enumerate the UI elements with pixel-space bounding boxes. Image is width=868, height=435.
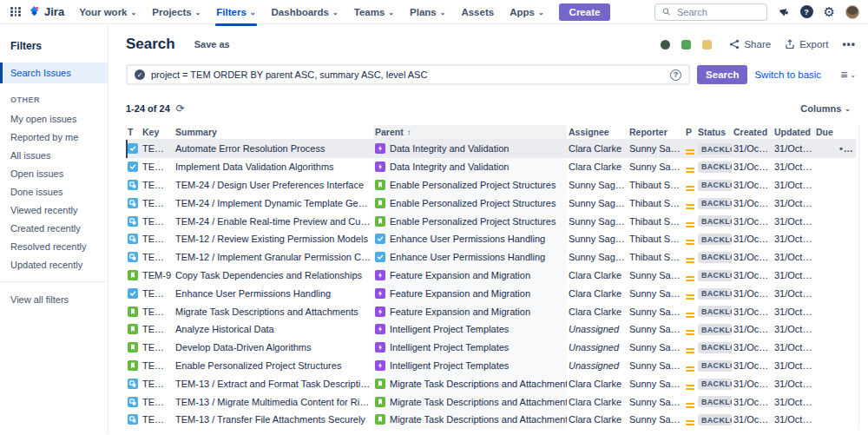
nav-item-filters[interactable]: Filters ⌄ [208, 2, 263, 23]
issue-parent-link[interactable]: Intelligent Project Templates [373, 357, 567, 375]
issue-summary[interactable]: TEM-12 / Review Existing Permission Mode… [174, 234, 373, 244]
issue-parent-link[interactable]: Enable Personalized Project Structures [373, 176, 567, 194]
issue-row[interactable]: TEM-16 TEM-13 / Transfer File Attachment… [126, 411, 856, 429]
issue-parent-link[interactable]: Intelligent Project Templates [373, 320, 567, 339]
issue-row[interactable]: TEM-9 Copy Task Dependencies and Relatio… [126, 267, 856, 285]
user-avatar[interactable] [845, 5, 859, 19]
more-actions-button[interactable]: ••• [842, 38, 856, 50]
issue-summary[interactable]: TEM-12 / Implement Granular Permission C… [174, 252, 373, 262]
sidebar-item-resolved-recently[interactable]: Resolved recently [0, 237, 108, 255]
announcements-icon[interactable] [778, 6, 790, 18]
save-as-button[interactable]: Save as [189, 36, 235, 53]
issue-row[interactable]: TEM-13 Migrate Task Descriptions and Att… [126, 302, 856, 320]
sidebar-item-search-issues[interactable]: Search Issues [0, 63, 108, 83]
column-header-reporter[interactable]: Reporter [628, 125, 684, 139]
export-button[interactable]: Export [785, 39, 828, 49]
issue-row[interactable]: TEM-12 Enhance User Permissions Handling… [126, 284, 856, 302]
sidebar-item-all-issues[interactable]: All issues [0, 146, 108, 164]
settings-gear-icon[interactable]: ⚙ [824, 5, 835, 18]
refresh-icon[interactable]: ⟳ [176, 102, 185, 115]
sidebar-item-open-issues[interactable]: Open issues [0, 164, 108, 182]
column-header-key[interactable]: Key [141, 125, 174, 139]
issue-parent-link[interactable]: Intelligent Project Templates [373, 339, 567, 357]
column-header-created[interactable]: Created [732, 125, 773, 139]
issue-parent-link[interactable]: Data Integrity and Validation [373, 158, 567, 176]
issue-key[interactable]: TEM-27 [141, 216, 174, 227]
issue-parent-link[interactable]: Data Integrity and Validation [373, 140, 567, 158]
issue-summary[interactable]: Enhance User Permissions Handling [174, 288, 373, 299]
issue-key[interactable]: TEM-16 [141, 414, 174, 425]
issue-row[interactable]: TEM-29 TEM-12 / Implement Granular Permi… [126, 248, 856, 267]
column-header-type[interactable]: T [126, 125, 141, 139]
issue-row[interactable]: TEM-22 Analyze Historical Data Intellige… [126, 320, 856, 339]
issue-key[interactable]: TEM-9 [141, 270, 174, 280]
column-header-due[interactable]: Due [814, 125, 838, 139]
issue-summary[interactable]: Automate Error Resolution Process [174, 143, 373, 154]
sidebar-item-done-issues[interactable]: Done issues [0, 182, 108, 201]
jql-query-input[interactable]: ✓ project = TEM ORDER BY parent ASC, sum… [126, 64, 690, 85]
nav-item-apps[interactable]: Apps ⌄ [502, 2, 551, 23]
issue-key[interactable]: TEM-22 [141, 324, 174, 334]
row-more-button[interactable]: ••• [838, 143, 856, 154]
app-icon-2[interactable] [681, 40, 691, 49]
issue-key[interactable]: TEM-23 [141, 342, 174, 353]
jql-options-button[interactable]: ≡ ⌄ [840, 69, 856, 81]
column-header-parent[interactable]: Parent ↑ [373, 125, 567, 139]
sidebar-item-my-open-issues[interactable]: My open issues [0, 109, 108, 128]
issue-row[interactable]: TEM-27 TEM-24 / Enable Real-time Preview… [126, 212, 856, 230]
sidebar-item-view-all-filters[interactable]: View all filters [0, 290, 108, 308]
column-header-updated[interactable]: Updated [773, 125, 814, 139]
sidebar-item-viewed-recently[interactable]: Viewed recently [0, 201, 108, 219]
issue-key[interactable]: TEM-29 [141, 252, 174, 262]
nav-item-assets[interactable]: Assets [453, 2, 502, 23]
nav-item-teams[interactable]: Teams ⌄ [346, 2, 402, 23]
issue-parent-link[interactable]: Enable Personalized Project Structures [373, 212, 567, 230]
create-button[interactable]: Create [559, 3, 611, 21]
issue-row[interactable]: TEM-10 Automate Error Resolution Process… [126, 140, 856, 158]
search-button[interactable]: Search [697, 65, 747, 84]
jira-logo[interactable]: Jira [26, 5, 71, 18]
issue-key[interactable]: TEM-14 [141, 379, 174, 389]
share-button[interactable]: Share [729, 39, 771, 49]
issue-parent-link[interactable]: Feature Expansion and Migration [373, 267, 567, 285]
issue-parent-link[interactable]: Enable Personalized Project Structures [373, 194, 567, 212]
issue-row[interactable]: TEM-14 TEM-13 / Extract and Format Task … [126, 374, 856, 392]
columns-button[interactable]: Columns ⌄ [795, 101, 856, 116]
table-scrollbar[interactable] [858, 125, 863, 429]
issue-summary[interactable]: Develop Data-Driven Algorithms [174, 342, 373, 353]
switch-to-basic-link[interactable]: Switch to basic [754, 69, 821, 80]
issue-key[interactable]: TEM-24 [141, 360, 174, 371]
issue-key[interactable]: TEM-26 [141, 198, 174, 208]
nav-item-dashboards[interactable]: Dashboards ⌄ [264, 2, 346, 23]
issue-row[interactable]: TEM-24 Enable Personalized Project Struc… [126, 357, 856, 375]
issue-summary[interactable]: Implement Data Validation Algorithms [174, 161, 373, 172]
issue-parent-link[interactable]: Enhance User Permissions Handling [373, 248, 567, 267]
global-search-box[interactable] [654, 3, 767, 21]
issue-summary[interactable]: Copy Task Dependencies and Relationships [174, 270, 373, 280]
app-switcher-icon[interactable] [7, 3, 24, 21]
jql-help-icon[interactable]: ? [670, 69, 681, 81]
nav-item-projects[interactable]: Projects ⌄ [144, 2, 208, 23]
column-header-status[interactable]: Status [696, 125, 732, 139]
issue-key[interactable]: TEM-10 [141, 143, 174, 154]
global-search-input[interactable] [675, 6, 760, 18]
issue-parent-link[interactable]: Enhance User Permissions Handling [373, 230, 567, 248]
issue-parent-link[interactable]: Feature Expansion and Migration [373, 284, 567, 302]
issue-summary[interactable]: TEM-13 / Extract and Format Task Descrip… [174, 379, 373, 389]
issue-summary[interactable]: TEM-13 / Migrate Multimedia Content for … [174, 397, 373, 407]
issue-summary[interactable]: TEM-24 / Design User Preferences Interfa… [174, 180, 373, 190]
issue-key[interactable]: TEM-13 [141, 306, 174, 317]
issue-summary[interactable]: Migrate Task Descriptions and Attachment… [174, 306, 373, 317]
column-header-priority[interactable]: P [684, 125, 696, 139]
issue-summary[interactable]: TEM-24 / Enable Real-time Preview and Cu… [174, 216, 373, 227]
issue-parent-link[interactable]: Migrate Task Descriptions and Attachment… [373, 374, 567, 392]
issue-row[interactable]: TEM-11 Implement Data Validation Algorit… [126, 158, 856, 176]
issue-row[interactable]: TEM-23 Develop Data-Driven Algorithms In… [126, 339, 856, 357]
column-header-summary[interactable]: Summary [174, 125, 373, 139]
column-header-assignee[interactable]: Assignee [567, 125, 628, 139]
issue-parent-link[interactable]: Feature Expansion and Migration [373, 302, 567, 320]
issue-row[interactable]: TEM-25 TEM-24 / Design User Preferences … [126, 176, 856, 194]
app-icon-1[interactable] [661, 40, 670, 49]
help-icon[interactable]: ? [800, 5, 813, 18]
issue-parent-link[interactable]: Migrate Task Descriptions and Attachment… [373, 411, 567, 429]
